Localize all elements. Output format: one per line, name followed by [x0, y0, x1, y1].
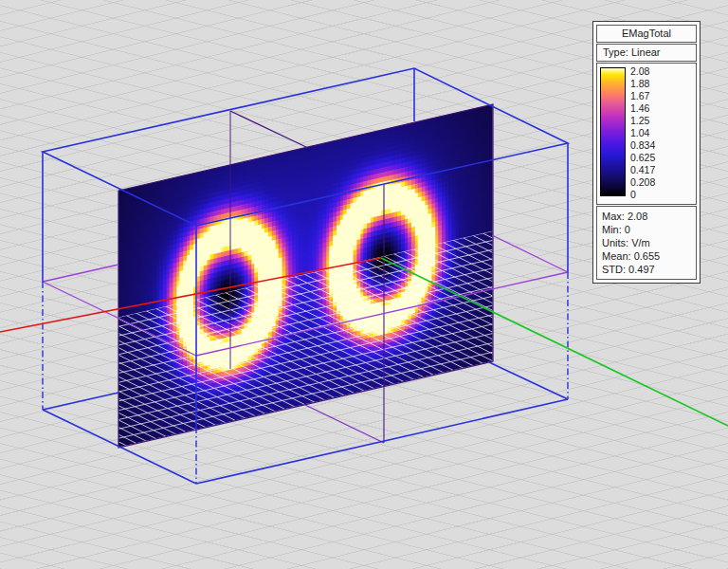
- scale-label: 1.88: [630, 78, 655, 89]
- legend-stat: STD: 0.497: [602, 263, 696, 276]
- scale-label: 0.208: [630, 176, 655, 188]
- air-box-hidden-edges: [43, 272, 568, 484]
- scale-label: 0: [630, 189, 655, 200]
- legend-color-scale: 2.081.881.671.461.251.040.8340.6250.4170…: [596, 63, 697, 205]
- scale-label: 0.417: [630, 164, 655, 175]
- air-box-wireframe: [43, 68, 568, 484]
- scale-label: 0.834: [630, 139, 655, 151]
- colorbar-labels: 2.081.881.671.461.251.040.8340.6250.4170…: [630, 65, 655, 200]
- legend-stat: Min: 0: [602, 223, 696, 236]
- scale-label: 1.67: [630, 90, 655, 101]
- legend-panel[interactable]: EMagTotal Type: Linear 2.081.881.671.461…: [592, 21, 701, 284]
- legend-stats: Max: 2.08Min: 0Units: V/mMean: 0.655STD:…: [596, 206, 697, 280]
- scale-label: 0.625: [630, 152, 655, 163]
- scale-label: 2.08: [630, 65, 655, 77]
- legend-title: EMagTotal: [596, 25, 697, 43]
- legend-stat: Mean: 0.655: [602, 249, 696, 263]
- 3d-viewport[interactable]: EMagTotal Type: Linear 2.081.881.671.461…: [0, 0, 728, 569]
- legend-stat: Units: V/m: [602, 236, 696, 249]
- scale-label: 1.04: [630, 127, 655, 138]
- slab-outline: [43, 235, 568, 356]
- plane-outline: [118, 104, 493, 448]
- colorbar-gradient: [600, 67, 626, 196]
- symmetry-sheet-outline: [230, 111, 384, 443]
- legend-stat: Max: 2.08: [602, 210, 696, 223]
- x-axis: [0, 258, 381, 332]
- scale-label: 1.25: [630, 115, 655, 126]
- scale-label: 1.46: [630, 102, 655, 114]
- legend-scale-type: Type: Linear: [596, 44, 697, 62]
